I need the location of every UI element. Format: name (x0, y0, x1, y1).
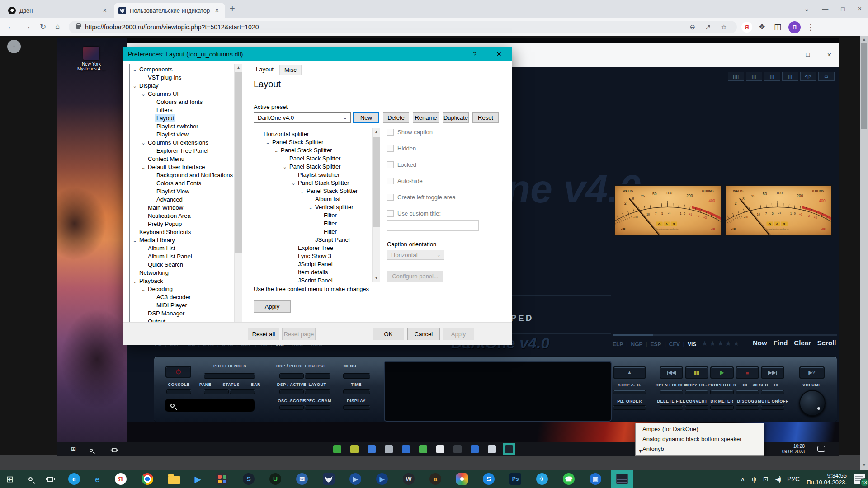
app-wolf[interactable]: W (403, 473, 415, 485)
display-icon[interactable]: ⊡ (763, 475, 769, 483)
dr-meter-button[interactable] (710, 405, 734, 410)
home-icon[interactable]: ⌂ (55, 22, 60, 31)
yandex-extension-icon[interactable]: Я (741, 22, 752, 33)
maximize-icon[interactable]: □ (841, 5, 844, 13)
fb-tab-ngp-1[interactable]: NGP (631, 341, 642, 347)
tree-item-playlist-view[interactable]: Playlist view (130, 131, 235, 139)
tab-close-icon[interactable]: × (213, 7, 221, 14)
sidebar-icon[interactable]: ◫ (774, 22, 781, 32)
previous-button[interactable]: |◀◀ (660, 366, 683, 379)
scrollbar-up-icon[interactable]: ▲ (862, 37, 866, 42)
search-button-search-icon[interactable] (28, 477, 33, 481)
ok-button[interactable]: OK (373, 328, 404, 340)
tree-item-layout[interactable]: Layout (130, 114, 235, 122)
display-button[interactable] (343, 405, 370, 410)
splitter-item-jscript-panel[interactable]: JScript Panel (254, 260, 373, 268)
link-scroll[interactable]: Scroll (817, 339, 836, 347)
splitter-item-horizontal-splitter[interactable]: Horizontal splitter (254, 130, 373, 138)
bookmark-star-icon[interactable]: ☆ (721, 23, 727, 31)
splitter-item-jscript-panel[interactable]: JScript Panel (254, 236, 373, 244)
preset-duplicate-button[interactable]: Duplicate (443, 112, 469, 123)
scrollbar-up-icon[interactable]: ▲ (373, 128, 380, 136)
tree-item-columns-ui-extensions[interactable]: ⌄Columns UI extensions (130, 139, 235, 147)
dialog-titlebar[interactable]: Preferences: Layout (foo_ui_columns.dll)… (123, 47, 512, 61)
close-icon[interactable]: ✕ (496, 47, 502, 61)
pane-button[interactable] (204, 389, 229, 394)
url-text[interactable]: https://foobar2000.ru/forum/viewtopic.ph… (85, 23, 689, 31)
tree-item-album-list[interactable]: Album List (130, 244, 235, 253)
browser-menu-icon[interactable]: ⋮ (807, 22, 815, 32)
app-skype-dark[interactable]: S (243, 473, 255, 485)
splitter-scrollbar[interactable]: ▲ ▼ (372, 128, 380, 282)
app-skype[interactable]: S (483, 473, 495, 485)
splitter-item-lyric-show-3[interactable]: Lyric Show 3 (254, 252, 373, 260)
app-photos[interactable] (456, 473, 468, 485)
tree-item-album-list-panel[interactable]: Album List Panel (130, 253, 235, 261)
properties-button[interactable] (710, 390, 734, 394)
tab-misc[interactable]: Misc (279, 65, 302, 75)
link-find[interactable]: Find (774, 339, 788, 347)
app-player-active[interactable] (611, 470, 633, 488)
notification-center-icon[interactable]: 13 (854, 474, 865, 484)
splitter-item-vertical-splitter[interactable]: ⌄Vertical splitter (254, 203, 373, 211)
playlist-menu-item[interactable]: Ampex (for DarkOne) (642, 426, 698, 432)
random-play-button[interactable]: ▶? (799, 366, 825, 379)
viz-mode-button-2[interactable]: ||| (764, 72, 780, 81)
tree-item-colors-and-fonts[interactable]: Colors and Fonts (130, 179, 235, 188)
viz-mode-button-0[interactable]: |||| (728, 72, 744, 81)
open-folder-button[interactable] (660, 390, 683, 394)
oscilloscope-button[interactable] (279, 405, 304, 410)
volume-icon[interactable]: ◀) (775, 475, 780, 483)
extensions-puzzle-icon[interactable]: ❖ (759, 22, 765, 32)
browser-tab-foobar-forum[interactable]: Пользовательские индикаторы × (114, 3, 225, 18)
splitter-item-filter[interactable]: Filter (254, 220, 373, 228)
tree-item-notification-area[interactable]: Notification Area (130, 212, 235, 220)
fb-tab-elp-0[interactable]: ELP (613, 341, 623, 347)
profile-avatar[interactable]: П (788, 21, 801, 33)
tree-item-colours-and-fonts[interactable]: Colours and fonts (130, 98, 235, 106)
splitter-item-filter[interactable]: Filter (254, 211, 373, 220)
back-icon[interactable]: ← (7, 22, 15, 31)
start-button[interactable]: ⊞ (6, 475, 14, 483)
app-internet-explorer[interactable]: e (95, 475, 100, 483)
tab-layout[interactable]: Layout (250, 64, 279, 75)
copy-to-button[interactable] (685, 390, 708, 394)
app-green-u[interactable]: U (269, 473, 281, 485)
embedded-app-icon-3[interactable] (385, 445, 393, 453)
splitter-item-panel-stack-splitter[interactable]: ⌄Panel Stack Splitter (254, 138, 373, 146)
time-button[interactable] (343, 389, 370, 394)
splitter-item-explorer-tree[interactable]: Explorer Tree (254, 244, 373, 252)
tree-item-decoding[interactable]: ⌄Decoding (130, 285, 235, 293)
scrollbar-thumb[interactable] (861, 43, 867, 129)
app-telegram[interactable]: ✈ (536, 473, 548, 485)
link-clear[interactable]: Clear (794, 339, 811, 347)
tree-item-advanced[interactable]: Advanced (130, 196, 235, 204)
viz-mode-button-1[interactable]: ||| (746, 72, 762, 81)
app-media-player-blue[interactable]: ▶ (349, 473, 361, 485)
app-edge[interactable]: e (68, 473, 80, 485)
playlist-menu-item[interactable]: Antonyb (642, 446, 664, 452)
console-button[interactable] (166, 389, 191, 394)
dsp-active-button[interactable] (279, 389, 304, 394)
apply-layout-button[interactable]: Apply (254, 300, 291, 313)
tree-item-components[interactable]: ⌄Components (130, 66, 235, 74)
tree-scrollbar[interactable]: ▲ ▼ (234, 64, 242, 343)
desktop-icon[interactable]: New York Mysteries 4 ... (74, 47, 109, 71)
embedded-app-icon-1[interactable] (350, 445, 359, 453)
preset-new-button[interactable]: New (353, 112, 379, 123)
reload-icon[interactable]: ↻ (40, 22, 46, 32)
tree-item-columns-ui[interactable]: ⌄Columns UI (130, 90, 235, 98)
app-aimp[interactable]: a (429, 473, 441, 485)
splitter-item-panel-stack-splitter[interactable]: Panel Stack Splitter (254, 155, 373, 163)
seek-forward-button[interactable] (761, 390, 784, 394)
tab-close-icon[interactable]: × (101, 7, 108, 14)
splitter-item-panel-stack-splitter[interactable]: ⌄Panel Stack Splitter (254, 163, 373, 171)
convert-button[interactable] (685, 405, 708, 410)
app-dark-grid[interactable] (216, 473, 228, 485)
tree-item-playback[interactable]: ⌄Playback (130, 277, 235, 285)
menu-scroll-down-icon[interactable]: ▼ (638, 449, 642, 454)
close-icon[interactable]: × (827, 51, 831, 59)
tree-item-midi-player[interactable]: MIDI Player (130, 301, 235, 310)
viz-mode-button-5[interactable]: ▭ (818, 72, 835, 81)
tree-item-filters[interactable]: Filters (130, 106, 235, 114)
